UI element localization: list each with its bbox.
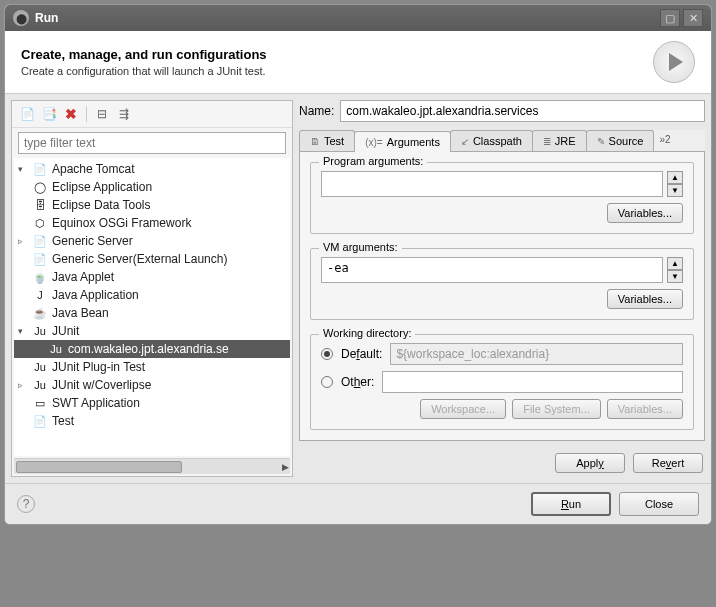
banner: Create, manage, and run configurations C… xyxy=(5,31,711,94)
node-icon: ☕ xyxy=(32,306,48,320)
vm-args-up[interactable]: ▲ xyxy=(667,257,683,270)
tree-item[interactable]: 📄Test xyxy=(14,412,290,430)
maximize-button[interactable]: ▢ xyxy=(660,9,680,27)
node-icon: Ju xyxy=(32,324,48,338)
expand-icon[interactable]: ▹ xyxy=(18,380,30,390)
filter-input[interactable] xyxy=(18,132,286,154)
tab-arguments[interactable]: (x)=Arguments xyxy=(354,131,451,152)
tree-item-label: Eclipse Application xyxy=(52,180,152,194)
node-icon: Ju xyxy=(32,360,48,374)
duplicate-config-icon[interactable]: 📑 xyxy=(40,105,58,123)
tab-overflow[interactable]: »2 xyxy=(653,130,676,151)
node-icon: ▭ xyxy=(32,396,48,410)
help-icon[interactable]: ? xyxy=(17,495,35,513)
name-label: Name: xyxy=(299,104,334,118)
node-icon: ◯ xyxy=(32,180,48,194)
filesystem-button[interactable]: File System... xyxy=(512,399,601,419)
working-dir-variables-button[interactable]: Variables... xyxy=(607,399,683,419)
tab-jre[interactable]: ≣JRE xyxy=(532,130,587,151)
tree-item-label: Equinox OSGi Framework xyxy=(52,216,191,230)
tab-test[interactable]: 🗎Test xyxy=(299,130,355,151)
tree-item[interactable]: ⬡Equinox OSGi Framework xyxy=(14,214,290,232)
name-input[interactable] xyxy=(340,100,705,122)
delete-config-icon[interactable]: ✖ xyxy=(62,105,80,123)
new-config-icon[interactable]: 📄 xyxy=(18,105,36,123)
banner-description: Create a configuration that will launch … xyxy=(21,65,653,77)
default-label: Default: xyxy=(341,347,382,361)
expand-icon[interactable]: ▹ xyxy=(18,236,30,246)
program-args-down[interactable]: ▼ xyxy=(667,184,683,197)
other-radio[interactable] xyxy=(321,376,333,388)
tree-item[interactable]: 🍵Java Applet xyxy=(14,268,290,286)
tree-item[interactable]: Jucom.wakaleo.jpt.alexandria.se xyxy=(14,340,290,358)
node-icon: 📄 xyxy=(32,414,48,428)
working-dir-label: Working directory: xyxy=(319,327,415,339)
window-title: Run xyxy=(35,11,657,25)
separator xyxy=(86,106,87,122)
tree-item[interactable]: ▹JuJUnit w/Coverlipse xyxy=(14,376,290,394)
node-icon: Ju xyxy=(32,378,48,392)
tree-item[interactable]: ▾JuJUnit xyxy=(14,322,290,340)
tree-item[interactable]: ▹📄Generic Server xyxy=(14,232,290,250)
tab-source[interactable]: ✎Source xyxy=(586,130,655,151)
tree-item-label: SWT Application xyxy=(52,396,140,410)
config-tree[interactable]: ▾📄Apache Tomcat◯Eclipse Application🗄Ecli… xyxy=(14,158,290,456)
tree-item[interactable]: 🗄Eclipse Data Tools xyxy=(14,196,290,214)
expand-icon[interactable]: ▾ xyxy=(18,164,30,174)
program-args-variables-button[interactable]: Variables... xyxy=(607,203,683,223)
node-icon: 🗄 xyxy=(32,198,48,212)
tab-strip: 🗎Test (x)=Arguments ↙Classpath ≣JRE ✎Sou… xyxy=(299,130,705,152)
config-detail-panel: Name: 🗎Test (x)=Arguments ↙Classpath ≣JR… xyxy=(299,100,705,477)
node-icon: 📄 xyxy=(32,162,48,176)
vm-arguments-group: VM arguments: -ea ▲▼ Variables... xyxy=(310,248,694,320)
arguments-tab-icon: (x)= xyxy=(365,137,383,148)
tree-item[interactable]: JJava Application xyxy=(14,286,290,304)
collapse-all-icon[interactable]: ⊟ xyxy=(93,105,111,123)
config-tree-panel: 📄 📑 ✖ ⊟ ⇶ ▾📄Apache Tomcat◯Eclipse Applic… xyxy=(11,100,293,477)
test-tab-icon: 🗎 xyxy=(310,136,320,147)
program-arguments-group: Program arguments: ▲▼ Variables... xyxy=(310,162,694,234)
tree-item[interactable]: 📄Generic Server(External Launch) xyxy=(14,250,290,268)
jre-tab-icon: ≣ xyxy=(543,136,551,147)
tree-item-label: Java Bean xyxy=(52,306,109,320)
vm-args-variables-button[interactable]: Variables... xyxy=(607,289,683,309)
tree-item-label: Generic Server xyxy=(52,234,133,248)
node-icon: 📄 xyxy=(32,252,48,266)
classpath-tab-icon: ↙ xyxy=(461,136,469,147)
vm-args-input[interactable]: -ea xyxy=(321,257,663,283)
horizontal-scrollbar[interactable]: ◀ ▶ xyxy=(14,458,290,474)
scrollbar-thumb[interactable] xyxy=(16,461,182,473)
tree-item[interactable]: ▭SWT Application xyxy=(14,394,290,412)
tree-item-label: Generic Server(External Launch) xyxy=(52,252,227,266)
tree-item[interactable]: ☕Java Bean xyxy=(14,304,290,322)
vm-args-label: VM arguments: xyxy=(319,241,402,253)
program-args-up[interactable]: ▲ xyxy=(667,171,683,184)
arguments-tab-body: Program arguments: ▲▼ Variables... VM ar… xyxy=(299,152,705,441)
revert-button[interactable]: Revert xyxy=(633,453,703,473)
run-button[interactable]: Run xyxy=(531,492,611,516)
banner-title: Create, manage, and run configurations xyxy=(21,47,653,62)
tree-item-label: JUnit w/Coverlipse xyxy=(52,378,151,392)
titlebar[interactable]: ⬤ Run ▢ ✕ xyxy=(5,5,711,31)
expand-icon[interactable]: ▾ xyxy=(18,326,30,336)
other-dir-input[interactable] xyxy=(382,371,683,393)
workspace-button[interactable]: Workspace... xyxy=(420,399,506,419)
scroll-right-icon[interactable]: ▶ xyxy=(278,459,292,475)
tree-item-label: JUnit Plug-in Test xyxy=(52,360,145,374)
tree-item[interactable]: ▾📄Apache Tomcat xyxy=(14,160,290,178)
program-args-input[interactable] xyxy=(321,171,663,197)
run-icon xyxy=(653,41,695,83)
tree-toolbar: 📄 📑 ✖ ⊟ ⇶ xyxy=(12,101,292,128)
vm-args-down[interactable]: ▼ xyxy=(667,270,683,283)
tree-item-label: com.wakaleo.jpt.alexandria.se xyxy=(68,342,229,356)
tree-item[interactable]: JuJUnit Plug-in Test xyxy=(14,358,290,376)
apply-button[interactable]: Apply xyxy=(555,453,625,473)
filter-icon[interactable]: ⇶ xyxy=(115,105,133,123)
tree-item-label: Apache Tomcat xyxy=(52,162,135,176)
program-args-label: Program arguments: xyxy=(319,155,427,167)
tab-classpath[interactable]: ↙Classpath xyxy=(450,130,533,151)
close-button[interactable]: Close xyxy=(619,492,699,516)
tree-item[interactable]: ◯Eclipse Application xyxy=(14,178,290,196)
close-window-button[interactable]: ✕ xyxy=(683,9,703,27)
default-radio[interactable] xyxy=(321,348,333,360)
